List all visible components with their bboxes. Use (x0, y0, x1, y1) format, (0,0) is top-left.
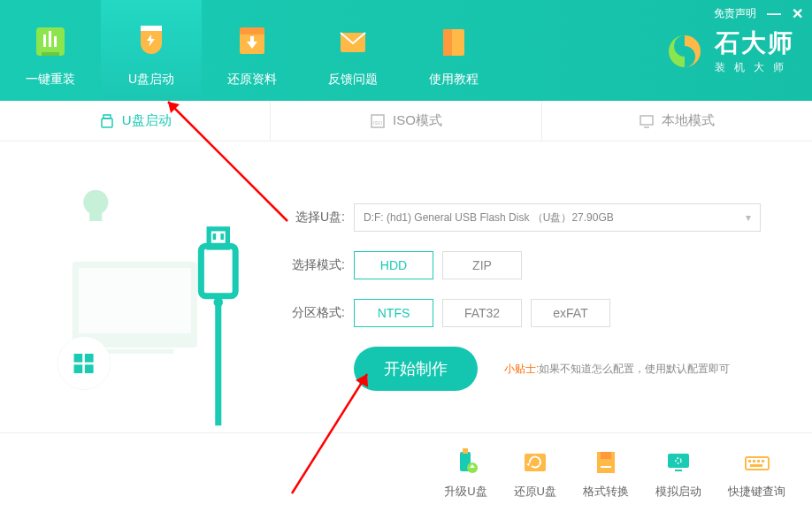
row-select-mode: 选择模式: HDD ZIP (283, 251, 812, 279)
partition-option-ntfs[interactable]: NTFS (354, 299, 433, 327)
row-partition: 分区格式: NTFS FAT32 exFAT (283, 299, 812, 327)
footer-label: 快捷键查询 (728, 484, 785, 500)
svg-rect-27 (201, 246, 235, 295)
minimize-button[interactable]: — (767, 6, 781, 22)
nav-label: U盘启动 (128, 72, 174, 88)
footer-shortcut-query[interactable]: 快捷键查询 (728, 447, 785, 500)
tip-label: 小贴士: (504, 363, 539, 375)
svg-point-22 (57, 337, 111, 390)
svg-rect-20 (79, 268, 191, 333)
svg-rect-47 (762, 460, 764, 462)
subtab-local[interactable]: 本地模式 (542, 101, 812, 141)
svg-rect-7 (240, 27, 264, 34)
usb-selected-value: D:F: (hd1) General USB Flash Disk （U盘）27… (364, 210, 614, 225)
svg-rect-42 (675, 470, 682, 471)
label-select-mode: 选择模式: (283, 257, 345, 273)
svg-rect-38 (601, 452, 611, 459)
footer-label: 格式转换 (583, 484, 629, 500)
start-button[interactable]: 开始制作 (354, 347, 478, 391)
svg-rect-5 (141, 26, 162, 31)
svg-rect-12 (102, 118, 112, 127)
chevron-down-icon: ▾ (746, 211, 751, 224)
nav-tutorial[interactable]: 使用教程 (403, 0, 504, 101)
svg-rect-23 (74, 354, 83, 363)
svg-rect-29 (213, 233, 217, 240)
restore-usb-icon (519, 447, 551, 478)
mode-option-hdd[interactable]: HDD (354, 251, 433, 279)
usb-boot-icon (130, 20, 172, 63)
subtab-iso[interactable]: ISO ISO模式 (271, 101, 541, 141)
svg-rect-26 (85, 364, 94, 373)
brand: 石大师 装机大师 (665, 27, 794, 75)
nav-label: 一键重装 (26, 72, 75, 88)
footer: 升级U盘 还原U盘 格式转换 模拟启动 快捷键查询 (0, 432, 812, 512)
svg-point-32 (213, 297, 223, 307)
nav-feedback[interactable]: 反馈问题 (303, 0, 403, 101)
subtab-usb-boot[interactable]: U盘启动 (0, 101, 271, 141)
svg-rect-44 (748, 460, 751, 462)
nav-usb-boot[interactable]: U盘启动 (101, 0, 202, 101)
restore-icon (231, 20, 273, 63)
subtab-label: ISO模式 (393, 112, 442, 129)
brand-subtitle: 装机大师 (715, 60, 794, 75)
nav-restore[interactable]: 还原资料 (202, 0, 303, 101)
subtabs: U盘启动 ISO ISO模式 本地模式 (0, 101, 812, 141)
subtab-label: U盘启动 (122, 112, 172, 129)
svg-rect-24 (85, 354, 94, 363)
partition-option-fat32[interactable]: FAT32 (442, 299, 522, 327)
close-button[interactable]: ✕ (792, 5, 803, 22)
keyboard-icon (741, 447, 773, 478)
action-row: 开始制作 小贴士:如果不知道怎么配置，使用默认配置即可 (354, 347, 812, 391)
svg-rect-10 (443, 29, 452, 56)
svg-rect-43 (746, 457, 769, 470)
footer-upgrade-usb[interactable]: 升级U盘 (444, 447, 486, 500)
row-select-usb: 选择U盘: D:F: (hd1) General USB Flash Disk … (283, 203, 812, 232)
footer-restore-usb[interactable]: 还原U盘 (514, 447, 556, 500)
footer-label: 升级U盘 (444, 484, 486, 500)
svg-rect-40 (668, 454, 689, 468)
nav-reinstall[interactable]: 一键重装 (0, 0, 101, 101)
svg-text:ISO: ISO (373, 120, 383, 126)
svg-rect-34 (463, 448, 468, 454)
brand-title: 石大师 (715, 27, 794, 60)
tutorial-icon (433, 20, 475, 63)
feedback-icon (332, 20, 374, 63)
footer-simulate-boot[interactable]: 模拟启动 (655, 447, 701, 500)
svg-rect-25 (74, 364, 83, 373)
svg-rect-30 (220, 233, 224, 240)
usb-dropdown[interactable]: D:F: (hd1) General USB Flash Disk （U盘）27… (354, 203, 761, 232)
nav-label: 使用教程 (429, 72, 479, 88)
mode-option-zip[interactable]: ZIP (442, 251, 522, 279)
svg-rect-2 (49, 31, 51, 47)
reinstall-icon (29, 20, 72, 63)
tip-text: 小贴士:如果不知道怎么配置，使用默认配置即可 (504, 362, 730, 377)
brand-logo-icon (665, 32, 704, 71)
footer-label: 模拟启动 (655, 484, 701, 500)
subtab-label: 本地模式 (662, 112, 715, 129)
svg-rect-3 (54, 36, 57, 47)
header: 免责声明 — ✕ 一键重装 U盘启动 还原资料 反馈问题 使用教程 (0, 0, 812, 101)
svg-rect-48 (750, 464, 762, 467)
nav-label: 反馈问题 (328, 72, 378, 88)
content-area: 选择U盘: D:F: (hd1) General USB Flash Disk … (0, 141, 812, 432)
disclaimer-link[interactable]: 免责声明 (714, 6, 756, 21)
monitor-icon (639, 113, 655, 129)
nav-label: 还原资料 (227, 72, 277, 88)
usb-icon (99, 113, 115, 129)
iso-icon: ISO (370, 113, 386, 129)
window-controls: 免责声明 — ✕ (714, 5, 803, 22)
svg-rect-15 (640, 116, 653, 125)
usb-illustration (35, 168, 265, 433)
label-select-usb: 选择U盘: (283, 210, 345, 225)
partition-option-exfat[interactable]: exFAT (531, 299, 610, 327)
label-partition: 分区格式: (283, 305, 345, 321)
svg-rect-45 (753, 460, 755, 462)
simulate-icon (663, 447, 694, 478)
footer-label: 还原U盘 (514, 484, 556, 500)
svg-rect-39 (601, 466, 611, 468)
footer-format-convert[interactable]: 格式转换 (583, 447, 629, 500)
tip-content: 如果不知道怎么配置，使用默认配置即可 (539, 363, 730, 375)
svg-rect-1 (43, 34, 46, 47)
upgrade-usb-icon (449, 447, 481, 478)
svg-rect-46 (757, 460, 760, 462)
